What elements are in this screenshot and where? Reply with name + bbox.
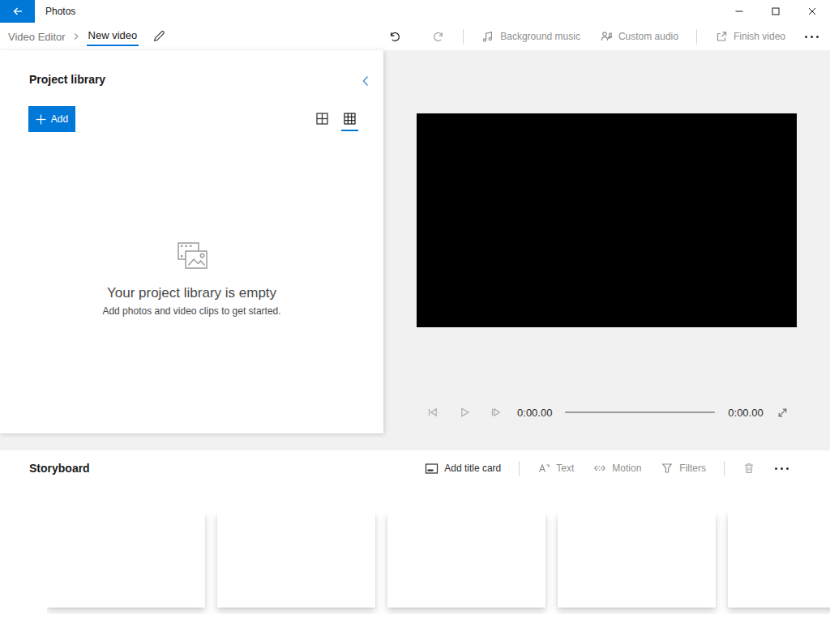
photos-app-window: Photos Video Editor New vi [0,0,830,644]
custom-audio-button[interactable]: Custom audio [590,27,688,46]
filters-button[interactable]: Filters [651,458,716,478]
breadcrumb-project-name[interactable]: New video [87,27,139,46]
grid-3x3-icon [343,112,357,126]
text-label: Text [556,463,574,474]
background-music-label: Background music [500,31,580,42]
custom-audio-label: Custom audio [618,31,678,42]
export-icon [715,30,728,43]
add-title-card-label: Add title card [444,463,501,474]
toolbar-divider [724,461,725,476]
text-icon [537,462,550,475]
trash-icon [742,462,755,475]
music-note-icon [481,30,494,43]
close-icon [807,6,817,16]
project-library-panel: Project library Add [0,50,383,433]
storyboard-track [47,513,830,614]
small-grid-view-button[interactable] [343,112,357,131]
storyboard-more-button[interactable] [765,464,790,473]
play-icon [458,406,471,419]
person-audio-icon [600,30,613,43]
back-button[interactable] [0,0,35,23]
elapsed-time: 0:00.00 [512,407,557,419]
total-time: 0:00.00 [723,407,768,419]
previous-frame-button[interactable] [417,401,448,424]
seek-slider[interactable] [565,412,715,413]
finish-video-button[interactable]: Finish video [705,27,795,46]
text-button[interactable]: Text [528,458,584,478]
motion-icon [593,462,606,475]
maximize-icon [771,6,781,16]
command-bar: Video Editor New video [0,23,830,50]
step-back-icon [426,406,439,419]
collapse-panel-button[interactable] [354,70,377,92]
storyboard-title: Storyboard [29,462,90,475]
filters-label: Filters [679,463,706,474]
fullscreen-button[interactable] [768,401,797,424]
add-media-button[interactable]: Add [28,106,75,132]
delete-button[interactable] [733,458,765,478]
back-arrow-icon [11,5,24,18]
empty-library-title: Your project library is empty [107,285,276,301]
background-music-button[interactable]: Background music [472,27,590,46]
plus-icon [36,114,46,125]
maximize-button[interactable] [757,0,794,23]
filters-icon [661,462,674,475]
storyboard-card[interactable] [728,513,830,608]
undo-icon [388,30,401,43]
window-controls [721,0,830,23]
motion-button[interactable]: Motion [584,458,651,478]
expand-icon [777,407,789,419]
toolbar-divider [463,29,464,45]
undo-button[interactable] [379,27,411,46]
storyboard-card[interactable] [387,513,545,608]
media-library-icon [173,241,212,277]
step-forward-icon [490,406,503,419]
minimize-icon [734,6,744,16]
video-preview-canvas [417,113,797,327]
storyboard-section: Storyboard Add title card [0,450,830,644]
more-icon [805,36,819,38]
storyboard-card[interactable] [47,513,205,608]
see-more-button[interactable] [795,32,820,41]
thumbnail-size-toggle [315,112,357,131]
title-card-icon [425,463,439,475]
minimize-button[interactable] [721,0,757,23]
motion-label: Motion [612,463,641,474]
storyboard-toolbar: Add title card Text [415,457,790,480]
rename-project-button[interactable] [152,30,165,43]
close-button[interactable] [794,0,830,23]
next-frame-button[interactable] [481,401,512,424]
grid-2x2-icon [315,112,329,126]
command-bar-actions: Background music Custom audio [379,27,820,46]
pencil-icon [152,30,165,43]
add-title-card-button[interactable]: Add title card [415,459,511,478]
empty-library-subtitle: Add photos and video clips to get starte… [102,305,280,317]
redo-button[interactable] [422,27,455,46]
add-button-label: Add [51,113,68,125]
toolbar-divider [519,461,520,476]
storyboard-card[interactable] [217,513,375,608]
storyboard-card[interactable] [558,513,716,608]
app-title: Photos [45,6,75,17]
chevron-left-icon [360,75,371,87]
large-grid-view-button[interactable] [315,112,329,131]
breadcrumb-chevron-icon [73,32,79,41]
finish-video-label: Finish video [734,31,785,42]
redo-icon [432,30,445,43]
play-button[interactable] [448,401,480,424]
breadcrumb-video-editor[interactable]: Video Editor [8,31,66,43]
project-library-title: Project library [29,73,105,86]
content-area: Project library Add [0,50,830,450]
more-icon [775,467,789,470]
title-bar: Photos [0,0,830,23]
empty-library-state: Your project library is empty Add photos… [0,241,383,317]
playback-controls: 0:00.00 0:00.00 [417,399,797,425]
toolbar-divider [696,29,697,45]
